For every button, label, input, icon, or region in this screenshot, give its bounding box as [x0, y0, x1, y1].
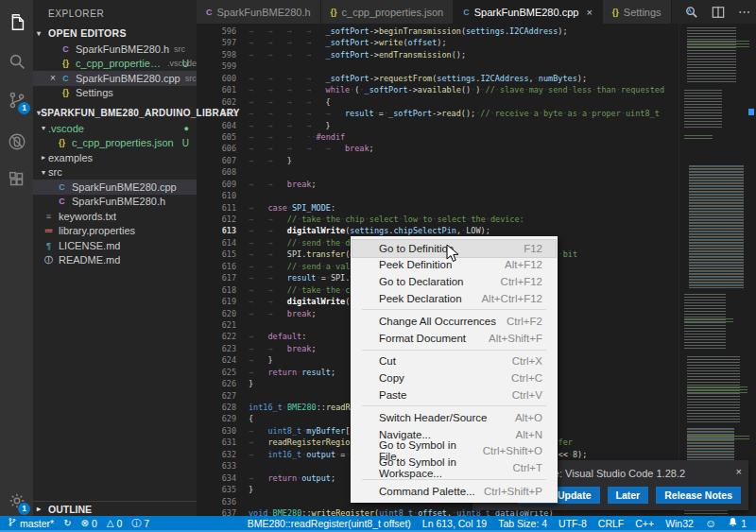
git-branch-indicator[interactable]: master* — [8, 517, 54, 529]
line-number: 605 — [197, 131, 249, 143]
code-line-607[interactable]: 607→→} — [197, 155, 756, 166]
open-editor-item[interactable]: {}Settings — [33, 86, 197, 101]
line-number: 597 — [197, 37, 249, 48]
cpp-tool-icon[interactable] — [684, 5, 698, 19]
code-line-599[interactable]: 599 — [197, 60, 756, 72]
menu-item-label: Go to Declaration — [379, 276, 501, 287]
tab-label: Settings — [624, 7, 662, 18]
menu-item-cut[interactable]: CutCtrl+X — [352, 353, 556, 370]
tree-folder[interactable]: ▸examples — [33, 150, 197, 165]
minimap[interactable] — [679, 24, 756, 516]
open-editors-header[interactable]: ▾OPEN EDITORS — [33, 25, 197, 42]
menu-item-label: Change All Occurrences — [379, 316, 507, 327]
menu-item-paste[interactable]: PasteCtrl+V — [352, 386, 556, 403]
code-line-601[interactable]: 601→→→→while·(·_softPort->available()·)·… — [197, 84, 756, 95]
tree-folder[interactable]: ▾.vscode● — [33, 121, 197, 136]
menu-item-shortcut: Ctrl+Shift+O — [483, 445, 542, 456]
code-line-609[interactable]: 609→→break; — [197, 179, 756, 190]
menu-item-go-to-declaration[interactable]: Go to DeclarationCtrl+F12 — [352, 273, 556, 290]
code-line-611[interactable]: 611→case·SPI_MODE: — [197, 202, 756, 214]
code-line-602[interactable]: 602→→→→{ — [197, 96, 756, 108]
folder-section-header[interactable]: ▾SPARKFUN_BME280_ARDUINO_LIBRARY — [33, 104, 197, 121]
code-line-606[interactable]: 606→→→→→break; — [197, 143, 756, 154]
code-line-603[interactable]: 603→→→→→result·=·_softPort->read();·//·r… — [197, 108, 756, 119]
tree-file[interactable]: ⓘREADME.md — [33, 253, 197, 268]
menu-item-switch-header-source[interactable]: Switch Header/SourceAlt+O — [352, 409, 556, 426]
outline-section-header[interactable]: ▸ OUTLINE — [33, 501, 197, 516]
line-number: 621 — [197, 319, 249, 331]
menu-item-change-all-occurrences[interactable]: Change All OccurrencesCtrl+F2 — [352, 313, 556, 330]
warning-count[interactable]: △0 — [107, 518, 123, 529]
split-editor-icon[interactable] — [712, 6, 725, 19]
code-line-608[interactable]: 608 — [197, 166, 756, 178]
activitybar-item-manage[interactable]: 1 — [0, 484, 33, 517]
code-line-610[interactable]: 610 — [197, 190, 756, 201]
activitybar-item-explorer[interactable] — [0, 6, 33, 39]
close-icon[interactable]: × — [46, 73, 60, 83]
menu-item-go-to-definition[interactable]: Go to DefinitionF12 — [352, 240, 556, 257]
error-count[interactable]: ⊗0 — [81, 518, 97, 529]
close-icon[interactable]: × — [736, 466, 742, 477]
modified-dot: ● — [184, 124, 189, 133]
tree-file[interactable]: CSparkFunBME280.h — [33, 195, 197, 210]
code-line-596[interactable]: 596→→→→_softPort->beginTransmission(sett… — [197, 26, 756, 37]
code-line-600[interactable]: 600→→→→_softPort->requestFrom(settings.I… — [197, 73, 756, 84]
activitybar-item-source-control[interactable]: 1 — [0, 83, 33, 116]
statusbar-item[interactable]: Ln 613, Col 19 — [422, 518, 487, 529]
statusbar-item[interactable]: C++ — [635, 518, 654, 529]
editor-tab[interactable]: CSparkFunBME280.cpp× — [454, 0, 603, 24]
activitybar-item-extensions[interactable] — [0, 163, 33, 196]
statusbar-item[interactable]: CRLF — [598, 518, 624, 529]
tree-file[interactable]: ¶LICENSE.md — [33, 238, 197, 253]
line-number: 635 — [197, 484, 249, 495]
notifications-button[interactable]: 1 — [728, 517, 747, 529]
open-editor-item[interactable]: {}c_cpp_properties.json.vscodeU — [33, 57, 197, 72]
editor-tab[interactable]: {}Settings — [603, 0, 672, 24]
line-number: 636 — [197, 496, 249, 507]
statusbar-item[interactable]: Tab Size: 4 — [498, 518, 547, 529]
file-name: SparkFunBME280.h — [76, 43, 169, 55]
line-number: 615 — [197, 249, 249, 260]
menu-item-format-document[interactable]: Format DocumentAlt+Shift+F — [352, 330, 556, 347]
menu-item-copy[interactable]: CopyCtrl+C — [352, 369, 556, 386]
code-line-604[interactable]: 604→→→→} — [197, 120, 756, 131]
statusbar-item[interactable]: UTF-8 — [558, 518, 587, 529]
sync-button[interactable]: ↻ — [63, 518, 71, 528]
tree-file[interactable]: ≔library.properties — [33, 224, 197, 239]
menu-item-command-palette[interactable]: Command Palette...Ctrl+Shift+P — [352, 483, 556, 500]
menu-item-peek-declaration[interactable]: Peek DeclarationAlt+Ctrl+F12 — [352, 290, 556, 307]
file-name: library.properties — [59, 225, 135, 236]
tree-file[interactable]: {}c_cpp_properties.jsonU — [33, 136, 197, 151]
code-line-613[interactable]: 613→→digitalWrite(settings.chipSelectPin… — [197, 225, 756, 236]
info-count[interactable]: ⓘ7 — [131, 517, 149, 530]
editor-tab[interactable]: CSparkFunBME280.h — [197, 0, 321, 24]
feedback-button[interactable]: ☺ — [705, 517, 716, 530]
later-button[interactable]: Later — [608, 487, 649, 504]
code-line-612[interactable]: 612→→//·take·the·chip·select·low·to·sele… — [197, 214, 756, 225]
tree-file[interactable]: ≡keywords.txt — [33, 209, 197, 224]
activitybar-item-search[interactable] — [0, 44, 33, 77]
code-line-597[interactable]: 597→→→→_softPort->write(offset); — [197, 37, 756, 48]
menu-item-go-to-symbol-in-workspace[interactable]: Go to Symbol in Workspace...Ctrl+T — [352, 459, 556, 476]
line-number: 637 — [197, 507, 249, 516]
open-editor-item[interactable]: CSparkFunBME280.hsrc — [33, 42, 197, 57]
open-editor-item[interactable]: ×CSparkFunBME280.cppsrc — [33, 71, 197, 86]
more-actions-icon[interactable]: ⋯ — [738, 5, 750, 19]
statusbar-label: 7 — [144, 518, 149, 529]
menu-item-peek-definition[interactable]: Peek DefinitionAlt+F12 — [352, 257, 556, 274]
line-number: 598 — [197, 49, 249, 60]
release-notes-button[interactable]: Release Notes — [656, 487, 741, 504]
editor-tab[interactable]: {}c_cpp_properties.json — [321, 0, 455, 24]
statusbar-item[interactable]: Win32 — [665, 518, 694, 529]
code-line-605[interactable]: 605→→→··#endif — [197, 131, 756, 143]
statusbar-item[interactable]: BME280::readRegister(uint8_t offset) — [248, 518, 411, 529]
file-name: README.md — [59, 254, 120, 266]
file-type-icon: {} — [612, 8, 619, 17]
code-line-598[interactable]: 598→→→→_softPort->endTransmission(); — [197, 49, 756, 60]
scrollbar-decoration — [748, 109, 754, 115]
activitybar-item-debug[interactable] — [0, 125, 33, 158]
error-icon: ⊗ — [81, 518, 89, 528]
tree-folder[interactable]: ▾src — [33, 165, 197, 180]
tree-file[interactable]: CSparkFunBME280.cpp — [33, 180, 197, 195]
close-icon[interactable]: × — [586, 7, 592, 18]
